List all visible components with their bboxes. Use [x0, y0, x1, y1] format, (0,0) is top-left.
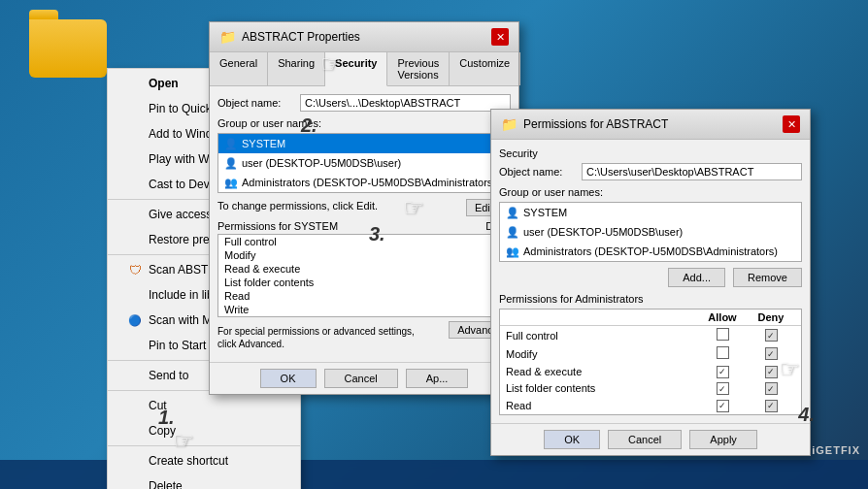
apply-button[interactable]: Ap... — [406, 369, 469, 388]
perm-dialog-title: 📁 Permissions for ABSTRACT — [501, 116, 668, 132]
cb-read-exec-allow[interactable] — [717, 366, 729, 378]
perm-dialog-content: Security Object name: C:\Users\user\Desk… — [491, 140, 810, 423]
perm-user-admins[interactable]: 👥 Administrators (DESKTOP-U5M0DSB\Admini… — [500, 242, 801, 261]
menu-item-create-shortcut[interactable]: Create shortcut — [108, 448, 300, 473]
perm-row-read-exec: Read & execute — [500, 363, 801, 380]
permissions-table: Full control ✓ Modify ✓ Read & execute ✓… — [217, 234, 511, 317]
cb-list-allow[interactable] — [717, 382, 729, 395]
cb-list-deny[interactable] — [765, 382, 778, 395]
dialog-titlebar: 📁 ABSTRACT Properties ✕ — [210, 22, 518, 52]
special-perms-text: For special permissions or advanced sett… — [217, 325, 422, 350]
malware-icon: 🛡 — [127, 262, 143, 277]
perm-permissions-title: Permissions for Administrators — [499, 293, 802, 305]
admins-user-icon: 👥 — [224, 176, 238, 189]
open-icon — [127, 76, 143, 91]
tab-security[interactable]: Security — [325, 52, 387, 86]
object-name-value: C:\Users\...\Desktop\ABSTRACT — [300, 94, 511, 112]
send-icon — [127, 368, 143, 383]
add-remove-buttons: Add... Remove — [499, 268, 802, 287]
perm-row-read: Read ✓ — [218, 289, 510, 303]
system-user-icon: 👤 — [224, 137, 238, 150]
perm-admins-icon: 👥 — [506, 244, 519, 258]
cut-icon — [127, 398, 143, 413]
perm-dialog-icon: 📁 — [501, 116, 517, 132]
user-system[interactable]: 👤 SYSTEM — [218, 134, 510, 153]
watermark: iGETFIX — [812, 444, 860, 456]
remove-button[interactable]: Remove — [733, 268, 802, 287]
copy-icon — [127, 423, 143, 439]
perm-user-user[interactable]: 👤 user (DESKTOP-U5M0DSB\user) — [500, 222, 801, 242]
menu-item-cut[interactable]: Cut — [108, 393, 300, 418]
perm-system-icon: 👤 — [506, 206, 519, 219]
permissions-header: Permissions for SYSTEM Deny — [217, 220, 511, 232]
object-name-label: Object name: — [217, 97, 300, 109]
folder-tab — [29, 10, 58, 19]
cancel-button[interactable]: Cancel — [324, 369, 398, 388]
restore-icon — [127, 232, 143, 247]
dialog-title: 📁 ABSTRACT Properties — [219, 29, 360, 45]
security-label: Security — [499, 147, 802, 159]
perm-row-read-exec: Read & execute ✓ — [218, 262, 510, 276]
tab-customize[interactable]: Customize — [450, 52, 520, 85]
add-icon — [127, 126, 143, 142]
dialog-close-button[interactable]: ✕ — [491, 28, 509, 46]
cast-icon — [127, 177, 143, 192]
perm-row-fullcontrol: Full control ✓ — [218, 235, 510, 248]
permissions-dialog: 📁 Permissions for ABSTRACT ✕ Security Ob… — [490, 109, 811, 456]
perm-cancel-button[interactable]: Cancel — [608, 430, 682, 449]
users-list: 👤 SYSTEM 👤 user (DESKTOP-U5M0DSB\user) 👥… — [217, 133, 511, 193]
cb-full-allow[interactable] — [717, 328, 729, 341]
perm-dialog-close-button[interactable]: ✕ — [783, 115, 800, 133]
perm-row-read: Read — [500, 397, 801, 414]
perm-dialog-buttons: OK Cancel Apply — [491, 423, 810, 455]
cb-read-exec-deny[interactable] — [765, 366, 778, 378]
dialog-buttons: OK Cancel Ap... — [210, 362, 518, 394]
dialog-title-icon: 📁 — [219, 29, 236, 45]
tab-general[interactable]: General — [210, 52, 268, 85]
cb-read-deny[interactable] — [765, 400, 778, 412]
separator-5 — [108, 445, 300, 446]
perm-object-name-row: Object name: C:\Users\user\Desktop\ABSTR… — [499, 163, 802, 180]
cb-modify-deny[interactable] — [765, 347, 778, 360]
perm-apply-button[interactable]: Apply — [689, 430, 757, 449]
cb-full-deny[interactable] — [765, 329, 778, 342]
cb-read-allow[interactable] — [717, 400, 729, 412]
perm-object-name-label: Object name: — [499, 166, 582, 178]
permissions-section: Permissions for SYSTEM Deny Full control… — [217, 220, 511, 317]
perm-dialog-titlebar: 📁 Permissions for ABSTRACT ✕ — [491, 110, 810, 140]
perm-row-list-folder: List folder contents ✓ — [218, 276, 510, 289]
perm-row-write: Write ✓ — [218, 303, 510, 316]
shortcut-icon — [127, 453, 143, 469]
menu-item-copy[interactable]: Copy — [108, 418, 300, 443]
object-name-row: Object name: C:\Users\...\Desktop\ABSTRA… — [217, 94, 511, 112]
perm-object-name-value: C:\Users\user\Desktop\ABSTRACT — [582, 163, 802, 180]
start-icon — [127, 338, 143, 353]
dialog-tabs: General Sharing Security Previous Versio… — [210, 52, 518, 86]
perm-user-system[interactable]: 👤 SYSTEM — [500, 203, 801, 222]
share-icon — [127, 207, 143, 222]
tab-sharing[interactable]: Sharing — [268, 52, 325, 85]
perm-ok-button[interactable]: OK — [544, 430, 600, 449]
perm-table-header: Allow Deny — [500, 310, 801, 326]
perm-table: Allow Deny Full control Modify Read & ex… — [499, 309, 802, 415]
permissions-title: Permissions for SYSTEM — [217, 220, 338, 232]
user-admins[interactable]: 👥 Administrators (DESKTOP-U5M0DSB\Admini… — [218, 173, 510, 192]
user-user[interactable]: 👤 user (DESKTOP-U5M0DSB\user) — [218, 153, 510, 173]
change-perms-text: To change permissions, click Edit. — [217, 200, 378, 212]
perm-group-label: Group or user names: — [499, 186, 802, 198]
menu-item-delete[interactable]: Delete — [108, 473, 300, 489]
library-icon — [127, 287, 143, 303]
perm-users-list: 👤 SYSTEM 👤 user (DESKTOP-U5M0DSB\user) 👥… — [499, 202, 802, 262]
tab-prev-versions[interactable]: Previous Versions — [387, 52, 450, 85]
pin-icon — [127, 101, 143, 116]
malwarebytes-icon: 🔵 — [127, 312, 143, 328]
delete-icon — [127, 478, 143, 489]
perm-row-modify: Modify — [500, 344, 801, 363]
group-label: Group or user names: — [217, 117, 511, 129]
add-button[interactable]: Add... — [668, 268, 725, 287]
cb-modify-allow[interactable] — [717, 346, 729, 359]
folder-icon — [29, 19, 107, 78]
ok-button[interactable]: OK — [260, 369, 317, 388]
perm-row-full: Full control — [500, 326, 801, 344]
folder-shape — [29, 19, 107, 78]
